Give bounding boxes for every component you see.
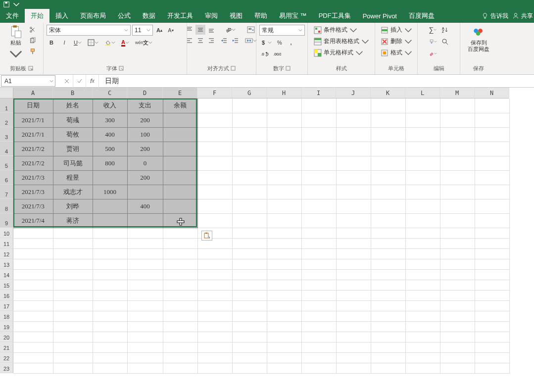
tab-page-layout[interactable]: 页面布局 <box>74 9 112 23</box>
cell[interactable] <box>93 332 127 342</box>
cell[interactable] <box>440 352 475 363</box>
autosum-button[interactable]: ∑ <box>428 25 438 35</box>
select-all-corner[interactable] <box>0 88 13 98</box>
format-painter-button[interactable] <box>28 47 38 56</box>
col-header-C[interactable]: C <box>93 88 127 98</box>
cell[interactable] <box>232 259 267 269</box>
cell[interactable] <box>405 199 440 213</box>
cell[interactable] <box>405 300 440 311</box>
cell[interactable] <box>232 280 267 290</box>
cell[interactable] <box>267 280 301 290</box>
col-header-N[interactable]: N <box>475 88 509 98</box>
cell[interactable] <box>405 98 440 113</box>
orientation-button[interactable]: ab <box>219 25 241 35</box>
cell[interactable] <box>197 259 232 269</box>
cell[interactable] <box>371 290 405 300</box>
cell[interactable] <box>301 213 336 228</box>
cell[interactable] <box>475 321 509 332</box>
cell[interactable]: 200 <box>127 113 163 127</box>
cell[interactable] <box>127 363 163 373</box>
cell[interactable] <box>93 248 127 259</box>
cell[interactable] <box>197 280 232 290</box>
cell[interactable] <box>232 113 267 127</box>
cell[interactable] <box>197 290 232 300</box>
cell[interactable] <box>440 290 475 300</box>
cell[interactable] <box>53 269 93 280</box>
cell[interactable]: 日期 <box>13 98 53 113</box>
cell[interactable] <box>475 280 509 290</box>
cell[interactable] <box>440 269 475 280</box>
cell[interactable] <box>163 113 197 127</box>
cell[interactable] <box>163 238 197 248</box>
fb-fx[interactable]: fx <box>86 75 99 88</box>
cell[interactable] <box>232 127 267 142</box>
cell[interactable]: 400 <box>127 199 163 213</box>
cell[interactable] <box>53 238 93 248</box>
cell[interactable] <box>13 269 53 280</box>
cell[interactable] <box>371 156 405 170</box>
cell[interactable] <box>232 248 267 259</box>
cell[interactable] <box>336 199 371 213</box>
cell[interactable] <box>197 342 232 352</box>
cell[interactable] <box>475 199 509 213</box>
cell[interactable] <box>440 127 475 142</box>
cell[interactable] <box>475 228 509 238</box>
cell[interactable]: 0 <box>127 156 163 170</box>
cell[interactable] <box>405 238 440 248</box>
col-header-J[interactable]: J <box>336 88 371 98</box>
cell[interactable]: 姓名 <box>53 98 93 113</box>
cell[interactable] <box>93 290 127 300</box>
cell[interactable] <box>267 363 301 373</box>
row-header[interactable]: 20 <box>0 332 13 342</box>
cell[interactable] <box>301 238 336 248</box>
bold-button[interactable]: B <box>47 38 56 48</box>
cell[interactable] <box>127 290 163 300</box>
align-center-button[interactable] <box>195 36 205 46</box>
cell[interactable] <box>53 311 93 321</box>
cell[interactable] <box>336 185 371 199</box>
tab-review[interactable]: 审阅 <box>199 9 224 23</box>
tab-powerpivot[interactable]: Power Pivot <box>357 9 403 23</box>
formula-bar[interactable]: 日期 <box>99 77 534 86</box>
tab-insert[interactable]: 插入 <box>49 9 74 23</box>
cell[interactable] <box>93 321 127 332</box>
cell[interactable] <box>232 290 267 300</box>
cell[interactable] <box>127 185 163 199</box>
cell[interactable] <box>197 185 232 199</box>
row-header[interactable]: 21 <box>0 342 13 352</box>
fill-color-button[interactable] <box>103 38 117 48</box>
align-left-button[interactable] <box>185 36 194 46</box>
col-header-A[interactable]: A <box>13 88 53 98</box>
cell[interactable] <box>475 113 509 127</box>
tab-dev[interactable]: 开发工具 <box>161 9 199 23</box>
cell[interactable] <box>267 332 301 342</box>
cell[interactable] <box>336 113 371 127</box>
cell[interactable] <box>127 300 163 311</box>
insert-cells-button[interactable]: 插入 <box>379 25 414 35</box>
cell[interactable] <box>405 228 440 238</box>
row-header[interactable]: 10 <box>0 228 13 238</box>
cell[interactable] <box>93 259 127 269</box>
sort-filter-button[interactable]: AZ <box>439 25 450 35</box>
row-header[interactable]: 4 <box>0 142 13 156</box>
cell[interactable] <box>475 238 509 248</box>
cell[interactable] <box>405 352 440 363</box>
cell[interactable]: 400 <box>93 127 127 142</box>
tab-home[interactable]: 开始 <box>25 9 49 23</box>
cell[interactable] <box>371 127 405 142</box>
border-button[interactable] <box>86 38 100 48</box>
format-as-table-button[interactable]: 套用表格格式 <box>312 36 371 47</box>
cell[interactable] <box>336 280 371 290</box>
cell[interactable] <box>371 311 405 321</box>
cell[interactable] <box>53 290 93 300</box>
cell[interactable] <box>475 269 509 280</box>
col-header-L[interactable]: L <box>405 88 440 98</box>
cell[interactable] <box>93 170 127 185</box>
cell[interactable] <box>127 342 163 352</box>
find-select-button[interactable] <box>439 37 450 47</box>
cell[interactable]: 支出 <box>127 98 163 113</box>
cell[interactable] <box>267 213 301 228</box>
save-baidu-button[interactable]: 保存到百度网盘 <box>468 25 489 52</box>
cells-area[interactable]: 日期姓名收入支出余额2021/7/1荀彧3002002021/7/1荀攸4001… <box>13 98 510 374</box>
cell[interactable] <box>267 199 301 213</box>
